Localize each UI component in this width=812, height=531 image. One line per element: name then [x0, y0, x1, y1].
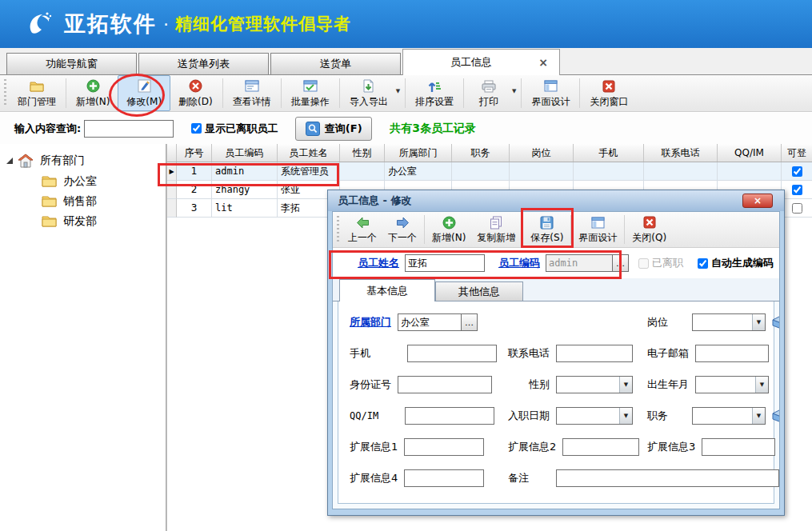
gender-combo[interactable]: ▼: [556, 376, 633, 393]
cell-seq[interactable]: 2: [177, 181, 212, 199]
import-export-button[interactable]: 导入导出: [342, 75, 396, 111]
modify-button[interactable]: 修改(M): [118, 75, 170, 111]
cell-dept[interactable]: 办公室: [385, 162, 452, 181]
dialog-add-button[interactable]: 新增(N): [426, 212, 471, 247]
dropdown-arrow-icon[interactable]: ▼: [752, 408, 765, 424]
cell-duty[interactable]: [452, 162, 510, 181]
save-button[interactable]: 保存(S): [525, 212, 569, 247]
grid-header-dept[interactable]: 所属部门: [385, 144, 452, 162]
grid-header-gender[interactable]: 性别: [340, 144, 385, 162]
close-window-icon: [643, 214, 656, 230]
idcard-input[interactable]: [398, 376, 492, 393]
dropdown-arrow-icon[interactable]: ▼: [755, 377, 768, 393]
grid-header-mobile[interactable]: 手机: [574, 144, 644, 162]
toolbar-divider: [405, 78, 406, 108]
code-ellipsis-button[interactable]: …: [613, 254, 629, 272]
button-label: 批量操作: [291, 95, 330, 109]
remark-input[interactable]: [556, 469, 779, 487]
delete-button[interactable]: 删除(D): [170, 75, 221, 111]
tab-basic-info[interactable]: 基本信息: [339, 279, 435, 301]
toolbar-divider: [579, 78, 580, 108]
cell-name[interactable]: 系统管理员: [278, 162, 340, 181]
tab-close-icon[interactable]: ×: [538, 56, 548, 69]
ext3-input[interactable]: [702, 438, 775, 456]
query-input[interactable]: [84, 120, 174, 138]
cell-phone[interactable]: [644, 162, 718, 181]
grid-header-name[interactable]: 员工姓名: [278, 144, 340, 162]
grid-header-code[interactable]: 员工编码: [212, 144, 278, 162]
ext1-input[interactable]: [404, 438, 484, 456]
grid-header-phone[interactable]: 联系电话: [644, 144, 718, 162]
grid-header-duty[interactable]: 职务: [452, 144, 510, 162]
cell-post[interactable]: [510, 162, 574, 181]
cell-qq[interactable]: [718, 162, 782, 181]
cell-seq[interactable]: 3: [177, 199, 212, 218]
copy-add-button[interactable]: 复制新增: [471, 212, 521, 247]
cell-code[interactable]: lit: [212, 199, 278, 218]
ext2-input[interactable]: [562, 438, 639, 456]
dropdown-arrow-icon[interactable]: ▼: [619, 377, 632, 393]
dialog-close-button[interactable]: ×: [742, 194, 773, 208]
tree-item-office[interactable]: 办公室: [42, 171, 162, 191]
search-button[interactable]: 查询(F): [295, 117, 372, 141]
dept-input[interactable]: [398, 313, 462, 331]
tab-delivery[interactable]: 送货单: [270, 53, 401, 74]
autocode-checkbox-group[interactable]: 自动生成编码: [698, 256, 774, 270]
cell-seq[interactable]: 1: [177, 162, 212, 181]
cell-gender[interactable]: [340, 162, 385, 181]
can-login-checkbox[interactable]: [792, 166, 802, 177]
close-window-button[interactable]: 关闭窗口: [582, 75, 636, 111]
book-icon[interactable]: [771, 409, 780, 422]
qq-input[interactable]: [405, 407, 494, 425]
tab-other-info[interactable]: 其他信息: [435, 281, 523, 301]
duty-combo[interactable]: ▼: [692, 407, 766, 425]
cell-code[interactable]: zhangy: [212, 181, 278, 199]
dialog-close-toolbar-button[interactable]: 关闭(Q): [626, 212, 672, 247]
cell-code[interactable]: admin: [212, 162, 278, 181]
dialog-titlebar[interactable]: 员工信息 - 修改 ×: [328, 190, 784, 211]
show-resigned-checkbox[interactable]: [191, 123, 202, 134]
hiredate-combo[interactable]: ▼: [556, 407, 633, 425]
book-icon[interactable]: [771, 316, 780, 329]
tab-delivery-list[interactable]: 送货单列表: [138, 53, 269, 74]
dialog-ui-design-button[interactable]: 界面设计: [573, 212, 622, 247]
add-button[interactable]: 新增(N): [68, 75, 118, 111]
dept-ellipsis-button[interactable]: …: [462, 313, 478, 331]
birth-combo[interactable]: ▼: [695, 376, 769, 393]
employee-name-input[interactable]: [405, 254, 485, 272]
previous-button[interactable]: 上一个: [342, 212, 382, 247]
email-input[interactable]: [695, 345, 769, 362]
dept-manage-button[interactable]: 部门管理: [10, 75, 64, 111]
batch-operation-button[interactable]: 批量操作: [283, 75, 338, 111]
show-resigned-checkbox-group[interactable]: 显示已离职员工: [191, 122, 278, 136]
tree-item-sales[interactable]: 销售部: [42, 191, 162, 211]
sort-settings-button[interactable]: 排序设置: [407, 75, 462, 111]
grid-header-qq[interactable]: QQ/IM: [718, 144, 782, 162]
cell-mobile[interactable]: [574, 162, 644, 181]
autocode-checkbox[interactable]: [698, 258, 708, 269]
print-dropdown-arrow-icon[interactable]: ▼: [512, 75, 516, 111]
grid-header-post[interactable]: 岗位: [510, 144, 574, 162]
can-login-checkbox[interactable]: [792, 185, 802, 195]
tree-root-all-departments[interactable]: 所有部门: [6, 150, 162, 171]
tree-item-rnd[interactable]: 研发部: [42, 211, 162, 231]
tab-nav-window[interactable]: 功能导航窗: [6, 53, 137, 74]
dropdown-arrow-icon[interactable]: ▼: [752, 314, 765, 330]
dropdown-arrow-icon[interactable]: ▼: [619, 408, 632, 424]
grid-header-selector: [167, 144, 177, 162]
print-button[interactable]: 打印: [466, 75, 512, 111]
can-login-checkbox[interactable]: [792, 203, 802, 214]
ui-design-button[interactable]: 界面设计: [523, 75, 578, 111]
table-row[interactable]: ▶ 1 admin 系统管理员 办公室: [167, 162, 812, 181]
post-combo[interactable]: ▼: [692, 313, 766, 331]
tree-expander-icon[interactable]: [6, 158, 13, 164]
grid-header-canlogin[interactable]: 可登: [782, 144, 812, 162]
phone-input[interactable]: [556, 345, 633, 362]
mobile-input[interactable]: [407, 345, 497, 362]
grid-header-seq[interactable]: 序号: [177, 144, 212, 162]
import-export-dropdown-arrow-icon[interactable]: ▼: [396, 75, 400, 111]
ext4-input[interactable]: [404, 469, 484, 487]
tab-employee-info[interactable]: 员工信息 ×: [402, 49, 560, 75]
next-button[interactable]: 下一个: [382, 212, 422, 247]
view-details-button[interactable]: 查看详情: [225, 75, 279, 111]
